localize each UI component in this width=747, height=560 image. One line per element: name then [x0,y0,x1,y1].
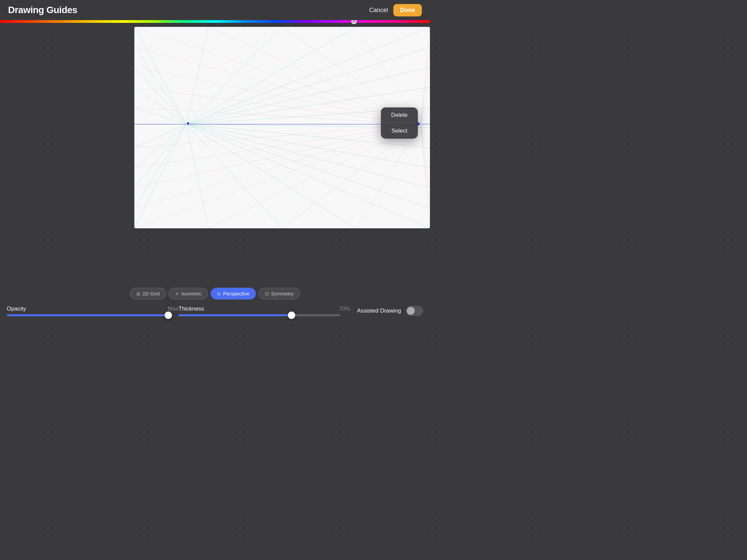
svg-line-26 [186,124,208,228]
assisted-drawing-group: Assisted Drawing [350,306,423,316]
tab-2d-grid[interactable]: ⊞ 2D Grid [130,288,166,299]
svg-line-33 [134,124,420,168]
thickness-label-row: Thickness 70% [178,305,350,312]
symmetry-icon: ⊡ [265,291,269,296]
canvas-paper[interactable]: Delete Select [134,27,430,228]
svg-line-27 [134,27,420,124]
header-actions: Cancel Done [369,4,422,17]
svg-line-45 [420,124,430,208]
2d-grid-icon: ⊞ [136,291,140,296]
svg-line-22 [186,27,356,124]
svg-line-24 [186,124,282,228]
tab-2d-grid-label: 2D Grid [143,291,160,296]
page-title: Drawing Guides [8,5,77,16]
svg-line-50 [282,124,420,228]
svg-line-31 [134,107,420,124]
context-menu: Delete Select [381,107,418,139]
svg-line-21 [186,27,282,124]
thickness-slider-thumb[interactable] [288,312,295,319]
opacity-slider-track[interactable] [7,314,168,316]
svg-line-29 [134,67,420,124]
isometric-icon: ✳ [175,291,179,296]
opacity-slider-thumb[interactable] [164,312,172,319]
svg-line-30 [134,87,420,124]
canvas-area[interactable]: Delete Select [134,27,430,228]
svg-line-36 [134,124,420,228]
svg-line-23 [186,27,208,124]
svg-line-40 [420,87,430,124]
context-menu-delete[interactable]: Delete [381,107,418,123]
svg-line-14 [134,87,186,124]
bottom-controls: ⊞ 2D Grid ✳ Isometric ⊙ Perspective ⊡ Sy… [0,283,430,322]
svg-line-17 [134,124,186,168]
svg-line-34 [134,124,420,188]
svg-line-18 [134,124,186,188]
thickness-slider-track[interactable] [178,314,340,316]
svg-line-32 [134,124,420,148]
opacity-value: Max [168,305,178,312]
svg-line-44 [420,124,430,188]
assisted-drawing-label: Assisted Drawing [357,308,401,314]
vanishing-point-left[interactable] [186,122,190,126]
done-button[interactable]: Done [393,4,422,17]
opacity-group: Opacity Max [7,305,178,316]
svg-line-19 [134,124,186,208]
assisted-drawing-toggle[interactable] [406,306,423,316]
thickness-slider-fill [178,314,291,316]
color-bar[interactable] [0,20,430,23]
svg-line-10 [186,124,430,228]
opacity-slider-fill [7,314,168,316]
tab-symmetry-label: Symmetry [271,291,294,296]
svg-line-12 [134,47,186,124]
svg-line-35 [134,124,420,208]
svg-line-46 [420,124,430,228]
perspective-icon: ⊙ [217,291,221,296]
svg-line-52 [356,124,420,228]
tab-perspective[interactable]: ⊙ Perspective [211,288,256,299]
header: Drawing Guides Cancel Done [0,0,430,20]
cancel-button[interactable]: Cancel [369,7,388,14]
sliders-row: Opacity Max Thickness 70% [7,305,423,316]
context-menu-select[interactable]: Select [381,123,418,139]
svg-line-51 [208,124,420,228]
svg-line-38 [420,47,430,124]
tab-bar: ⊞ 2D Grid ✳ Isometric ⊙ Perspective ⊡ Sy… [7,288,423,299]
svg-line-43 [420,124,430,168]
tab-symmetry[interactable]: ⊡ Symmetry [259,288,300,299]
tab-isometric[interactable]: ✳ Isometric [169,288,208,299]
thickness-value: 70% [339,305,350,312]
thickness-group: Thickness 70% [178,305,350,316]
opacity-label: Opacity [7,305,26,312]
toggle-knob [407,307,415,315]
thickness-label: Thickness [178,305,204,312]
opacity-label-row: Opacity Max [7,305,178,312]
tab-perspective-label: Perspective [223,291,249,296]
svg-line-25 [186,124,356,228]
svg-line-20 [134,124,186,228]
tab-isometric-label: Isometric [181,291,202,296]
